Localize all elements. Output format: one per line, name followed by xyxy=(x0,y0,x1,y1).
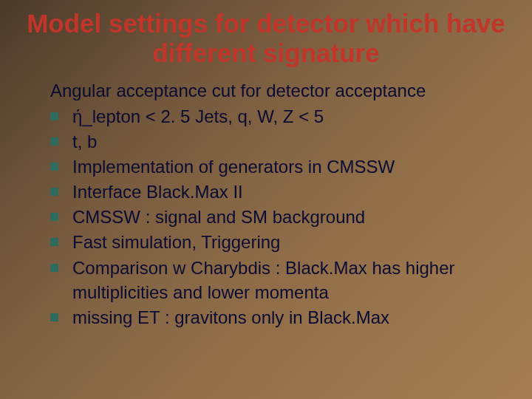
bullet-text: ή_lepton < 2. 5 Jets, q, W, Z < 5 xyxy=(72,106,324,126)
slide-title: Model settings for detector which have d… xyxy=(25,9,507,69)
list-item: CMSSW : signal and SM background xyxy=(47,205,507,229)
square-bullet-icon xyxy=(50,137,58,146)
title-line-2: different signature xyxy=(152,38,379,67)
square-bullet-icon xyxy=(50,163,58,171)
square-bullet-icon xyxy=(50,188,58,196)
bullet-text: Fast simulation, Triggering xyxy=(72,232,280,252)
square-bullet-icon xyxy=(50,213,58,221)
list-item: t, b xyxy=(47,129,507,154)
square-bullet-icon xyxy=(50,264,58,272)
slide: Model settings for detector which have d… xyxy=(0,0,532,399)
bullet-text: Interface Black.Max II xyxy=(72,182,243,202)
bullet-text: missing ET : gravitons only in Black.Max xyxy=(72,307,389,327)
list-item: Interface Black.Max II xyxy=(47,180,507,204)
square-bullet-icon xyxy=(50,112,58,120)
list-item: Fast simulation, Triggering xyxy=(47,230,507,254)
subline: Angular acceptance cut for detector acce… xyxy=(50,79,507,103)
list-item: Comparison w Charybdis : Black.Max has h… xyxy=(47,256,507,304)
list-item: ή_lepton < 2. 5 Jets, q, W, Z < 5 xyxy=(47,104,507,129)
bullet-text: CMSSW : signal and SM background xyxy=(72,207,365,227)
list-item: missing ET : gravitons only in Black.Max xyxy=(47,305,507,330)
list-item: Implementation of generators in CMSSW xyxy=(47,154,507,179)
bullet-text: t, b xyxy=(72,132,97,151)
title-line-1: Model settings for detector which have xyxy=(27,9,505,38)
bullet-text: Comparison w Charybdis : Black.Max has h… xyxy=(72,258,455,302)
square-bullet-icon xyxy=(50,238,58,246)
bullet-list: ή_lepton < 2. 5 Jets, q, W, Z < 5 t, b I… xyxy=(47,104,507,330)
bullet-text: Implementation of generators in CMSSW xyxy=(72,157,395,177)
square-bullet-icon xyxy=(50,313,58,321)
